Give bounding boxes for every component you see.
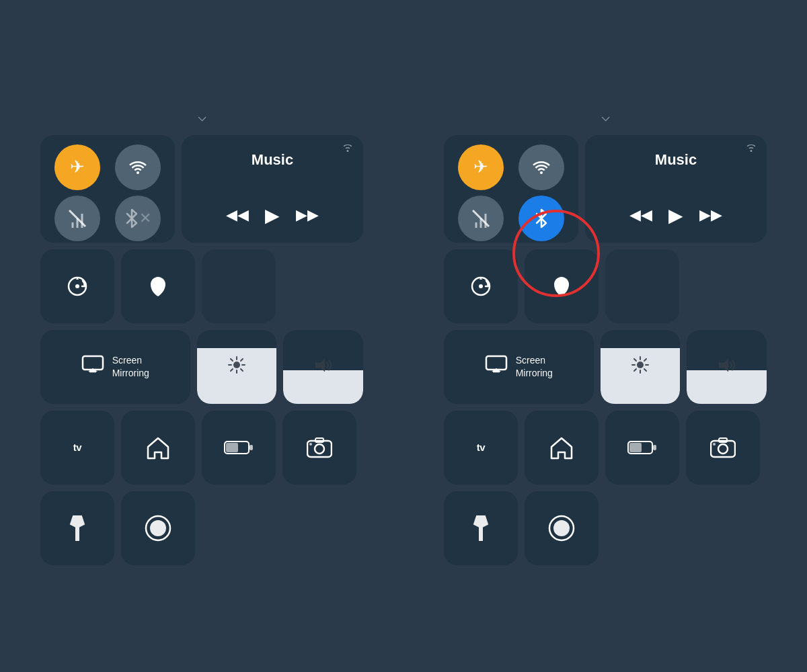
row-bottom-right — [444, 491, 767, 565]
svg-rect-47 — [653, 445, 656, 450]
svg-point-33 — [479, 284, 483, 288]
row-apps-left: tv — [40, 411, 363, 485]
screen-mirror-label-right: ScreenMirroring — [516, 354, 553, 378]
svg-rect-34 — [486, 356, 506, 370]
airplane-mode-button-right[interactable]: ✈ — [458, 144, 504, 190]
bluetooth-button-left[interactable]: ✕ — [115, 196, 161, 241]
svg-marker-45 — [719, 358, 728, 372]
svg-line-16 — [241, 359, 243, 361]
svg-point-9 — [233, 362, 240, 368]
volume-slider-right[interactable] — [687, 330, 767, 404]
connectivity-tile-left: ✈ — [40, 135, 175, 243]
svg-line-15 — [241, 369, 243, 371]
music-controls-right: ◀◀ ▶ ▶▶ — [597, 204, 755, 233]
control-center-right: ✈ — [444, 94, 767, 579]
screen-mirror-icon-left — [81, 355, 104, 378]
placeholder-util-left — [202, 249, 276, 323]
apple-tv-button-left[interactable]: tv — [40, 411, 114, 485]
play-button-left[interactable]: ▶ — [265, 204, 280, 226]
svg-marker-18 — [315, 358, 325, 372]
appletv-label-left: tv — [73, 442, 81, 453]
svg-line-3 — [69, 210, 85, 226]
row-top-left: ✈ — [40, 135, 363, 243]
svg-point-52 — [713, 443, 716, 446]
svg-line-43 — [644, 359, 646, 361]
left-panel: ✈ — [0, 0, 404, 672]
music-title-right: Music — [597, 144, 755, 169]
handle-right — [444, 108, 767, 125]
svg-point-25 — [309, 443, 312, 446]
appletv-label-right: tv — [477, 442, 485, 453]
row-utils-right — [444, 249, 767, 323]
flashlight-button-left[interactable] — [40, 491, 114, 565]
volume-icon-right — [718, 357, 736, 376]
prev-button-left[interactable]: ◀◀ — [226, 206, 249, 224]
svg-point-6 — [75, 284, 79, 288]
next-button-right[interactable]: ▶▶ — [699, 206, 722, 224]
svg-line-41 — [634, 359, 636, 361]
flashlight-button-right[interactable] — [444, 491, 518, 565]
camera-button-right[interactable] — [686, 411, 760, 485]
brightness-icon-right — [631, 356, 649, 378]
svg-line-31 — [473, 210, 489, 226]
home-button-left[interactable] — [121, 411, 195, 485]
screen-record-button-right[interactable] — [525, 491, 599, 565]
music-wifi-icon-right — [745, 143, 757, 155]
battery-button-left[interactable] — [202, 411, 276, 485]
wifi-button-left[interactable] — [115, 144, 161, 190]
camera-button-left[interactable] — [282, 411, 356, 485]
do-not-disturb-button-left[interactable] — [121, 249, 195, 323]
row-mirror-right: ScreenMirroring — [444, 330, 767, 404]
volume-slider-left[interactable] — [283, 330, 363, 404]
music-tile-right: Music ◀◀ ▶ ▶▶ — [585, 135, 767, 243]
row-top-right: ✈ — [444, 135, 767, 243]
svg-rect-7 — [83, 356, 103, 370]
screen-mirror-button-left[interactable]: ScreenMirroring — [40, 330, 190, 404]
svg-line-14 — [231, 359, 233, 361]
airplane-mode-button-left[interactable]: ✈ — [54, 144, 100, 190]
battery-button-right[interactable] — [605, 411, 679, 485]
row-utils-left — [40, 249, 363, 323]
rotation-lock-button-left[interactable] — [40, 249, 114, 323]
apple-tv-button-right[interactable]: tv — [444, 411, 518, 485]
row-mirror-left: ScreenMirroring — [40, 330, 363, 404]
cellular-button-right[interactable] — [458, 196, 504, 241]
svg-point-27 — [150, 520, 166, 536]
rotation-lock-button-right[interactable] — [444, 249, 518, 323]
screen-mirror-icon-right — [485, 355, 508, 378]
prev-button-right[interactable]: ◀◀ — [629, 206, 652, 224]
screen-mirror-label-left: ScreenMirroring — [112, 354, 149, 378]
brightness-slider-right[interactable] — [601, 330, 681, 404]
brightness-slider-left[interactable] — [197, 330, 277, 404]
svg-point-54 — [553, 520, 570, 536]
cellular-button-left[interactable] — [54, 196, 100, 241]
svg-line-44 — [634, 369, 636, 371]
next-button-left[interactable]: ▶▶ — [296, 206, 319, 224]
brightness-icon-left — [228, 356, 245, 378]
svg-point-50 — [718, 444, 728, 454]
play-button-right[interactable]: ▶ — [668, 204, 683, 226]
svg-point-23 — [315, 444, 324, 454]
svg-line-42 — [644, 369, 646, 371]
right-panel: ✈ — [404, 0, 807, 672]
placeholder-util-right — [605, 249, 679, 323]
music-title-left: Music — [194, 144, 351, 169]
bluetooth-button-right[interactable] — [518, 196, 564, 241]
do-not-disturb-button-right[interactable] — [525, 249, 599, 323]
wifi-button-right[interactable] — [518, 144, 564, 190]
music-tile-left: Music ◀◀ ▶ ▶▶ — [182, 135, 363, 243]
svg-line-17 — [231, 369, 233, 371]
music-wifi-icon-left — [342, 143, 354, 155]
music-controls-left: ◀◀ ▶ ▶▶ — [194, 204, 351, 233]
svg-rect-20 — [249, 445, 253, 450]
svg-point-36 — [637, 362, 644, 368]
row-apps-right: tv — [444, 411, 767, 485]
svg-rect-21 — [226, 443, 238, 452]
screen-mirror-button-right[interactable]: ScreenMirroring — [444, 330, 594, 404]
screen-record-button-left[interactable] — [121, 491, 195, 565]
handle-left — [40, 108, 363, 125]
volume-icon-left — [314, 357, 333, 376]
home-button-right[interactable] — [525, 411, 599, 485]
row-bottom-left — [40, 491, 363, 565]
svg-rect-48 — [629, 443, 642, 452]
